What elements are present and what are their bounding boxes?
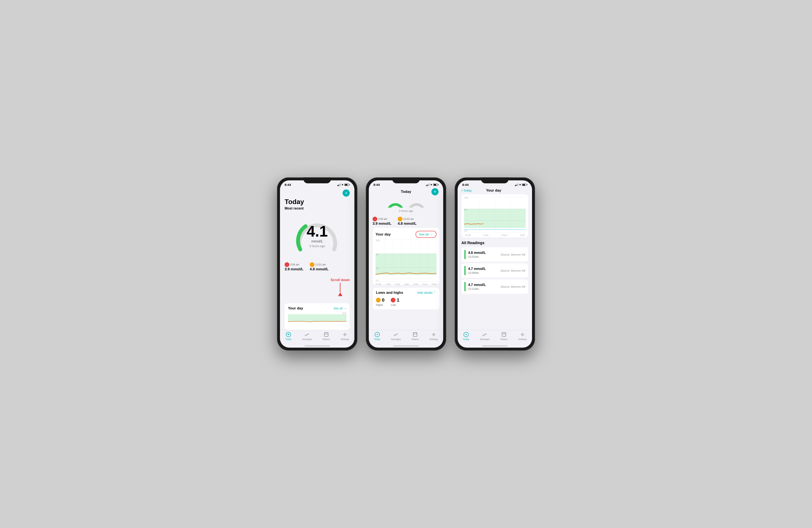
- svg-text:2.0: 2.0: [464, 230, 467, 232]
- nav-settings-2[interactable]: Settings: [430, 332, 438, 341]
- reading-green-bar-2: [464, 266, 466, 275]
- screen-content-1: + Today Most recent 4.1 mmol/L 3 ho: [280, 187, 354, 330]
- reading-time-1: 12:01am: [468, 255, 498, 258]
- today-icon-2: [375, 332, 380, 337]
- low-reading-time-1: ↓ 3:56 am: [285, 262, 303, 267]
- big-chart-card-3: 14.0 9.0 2.0 12 am 6 am 12 pm 6 pm: [461, 194, 528, 237]
- phone-2: 8:44 ▾ Today +: [366, 177, 446, 351]
- nav-today-2[interactable]: Today: [374, 332, 380, 341]
- home-indicator-3: [482, 346, 508, 346]
- add-button-1[interactable]: +: [343, 190, 350, 197]
- notch-2: [392, 177, 420, 183]
- settings-icon-1: [342, 332, 348, 337]
- highs-count: 0: [382, 297, 385, 303]
- highs-item: ↑ 0 Highs: [376, 297, 385, 306]
- svg-rect-3: [324, 333, 328, 336]
- svg-text:14.0: 14.0: [376, 240, 380, 242]
- chart-max-label-1: 14.0: [342, 312, 346, 315]
- nav-averages-3[interactable]: Averages: [480, 332, 490, 341]
- high-indicator-1: ↑: [310, 262, 315, 267]
- arrow-right-icon-2: →: [430, 232, 433, 236]
- nav-settings-1[interactable]: Settings: [340, 332, 349, 341]
- p3-content: ‹ Today Your day: [458, 187, 532, 330]
- highs-indicator: ↑: [376, 298, 381, 302]
- status-icons-2: ▾: [426, 183, 439, 186]
- screen-3: 8:44 ▾ ‹ Today Yo: [458, 180, 532, 348]
- signal-icon-2: [426, 183, 430, 186]
- bottom-nav-3: Today Averages History: [458, 330, 532, 345]
- low-reading-time-2: ↓ 3:56 am: [373, 217, 391, 221]
- your-day-title-1: Your day: [288, 306, 303, 311]
- see-all-button-1[interactable]: See all →: [333, 307, 346, 310]
- most-recent-label: Most recent: [285, 207, 350, 210]
- your-day-card-1: Your day See all → 14.0: [285, 303, 350, 330]
- nav-today-1[interactable]: Today: [285, 332, 291, 341]
- page-title-2: Today: [395, 190, 417, 194]
- bottom-nav-2: Today Averages History: [369, 330, 443, 345]
- averages-icon-2: [393, 332, 398, 337]
- nav-history-3[interactable]: History: [500, 332, 508, 341]
- status-time-2: 8:44: [374, 183, 380, 186]
- screen-content-3: ‹ Today Your day: [458, 187, 532, 330]
- settings-icon-3: [520, 332, 525, 337]
- page-title-1: Today: [285, 198, 350, 206]
- nav-averages-2[interactable]: Averages: [391, 332, 401, 341]
- partial-top-chart: [373, 197, 439, 208]
- hide-details-button[interactable]: Hide details ⌃: [417, 291, 436, 295]
- svg-text:9.0: 9.0: [376, 254, 379, 256]
- lows-icon-row: ↓ 1: [391, 297, 399, 303]
- lows-highs-data: ↑ 0 Highs ↓ 1 Low: [376, 297, 436, 306]
- glucose-value: 4.1: [307, 224, 328, 239]
- reading-val-2: 4.7 mmol/L: [468, 267, 498, 271]
- nav-history-2[interactable]: History: [411, 332, 419, 341]
- svg-point-29: [433, 334, 435, 335]
- wifi-icon-2: ▾: [431, 183, 432, 186]
- see-all-circled-button[interactable]: See all →: [416, 231, 436, 238]
- your-day-title-2: Your day: [376, 232, 391, 237]
- nav-averages-1[interactable]: Averages: [302, 332, 312, 341]
- svg-rect-0: [288, 314, 346, 322]
- p2-header: Today +: [373, 187, 439, 197]
- averages-icon-3: [482, 332, 488, 337]
- nav-today-3[interactable]: Today: [463, 332, 469, 341]
- big-chart-svg-3: 14.0 9.0 2.0: [464, 197, 526, 233]
- phone-1: 8:44 ▾ + Today Most recent: [277, 177, 357, 351]
- p2-content: Today + 3 hours ago: [369, 187, 443, 330]
- reading-time-2: 12:06am: [468, 271, 498, 274]
- nav-settings-3[interactable]: Settings: [518, 332, 527, 341]
- reading-row-3: 4.7 mmol/L 12:11am Source: Dexcom G6: [461, 280, 528, 294]
- svg-text:2.0: 2.0: [376, 280, 379, 282]
- chart-x-labels-3: 12 am 6 am 12 pm 6 pm: [464, 233, 526, 236]
- highs-label: Highs: [376, 303, 385, 306]
- history-icon-1: [323, 332, 329, 337]
- svg-rect-18: [376, 254, 436, 275]
- mini-chart-1: 14.0: [288, 312, 346, 327]
- svg-rect-37: [464, 209, 526, 228]
- reading-source-2: Source: Dexcom G6: [501, 269, 525, 272]
- high-reading-1: ↑ 12:01 am 4.8 mmol/L: [310, 262, 329, 271]
- p1-nav-header: +: [285, 190, 350, 197]
- reading-val-3: 4.7 mmol/L: [468, 283, 498, 287]
- add-button-2[interactable]: +: [431, 188, 438, 195]
- low-reading-val-1: 3.9 mmol/L: [285, 267, 303, 271]
- scroll-arrow-icon: [338, 292, 342, 296]
- mini-chart-svg-1: [288, 312, 346, 325]
- large-chart-svg-2: 14.0 9.0 4.0 2.0: [376, 240, 436, 282]
- reading-val-1: 4.8 mmol/L: [468, 251, 498, 255]
- large-chart-2: 14.0 9.0 4.0 2.0 12 am 1 am 2 am 3 am 4 …: [376, 240, 436, 282]
- scroll-annotation: Scroll down: [331, 278, 350, 296]
- time-ago-label: 3 hours ago: [373, 209, 439, 212]
- highs-icon-row: ↑ 0: [376, 297, 385, 303]
- high-reading-val-1: 4.8 mmol/L: [310, 267, 329, 271]
- low-indicator-1: ↓: [285, 262, 289, 267]
- nav-history-1[interactable]: History: [323, 332, 330, 341]
- reading-source-1: Source: Dexcom G6: [501, 253, 525, 256]
- today-icon-1: [286, 332, 291, 337]
- lows-highs-title: Lows and highs: [376, 291, 403, 295]
- arrow-right-icon-1: →: [344, 307, 346, 310]
- reading-source-3: Source: Dexcom G6: [501, 285, 525, 288]
- reading-row-1: 4.8 mmol/L 12:01am Source: Dexcom G6: [461, 247, 528, 262]
- svg-rect-25: [413, 333, 417, 336]
- back-button[interactable]: ‹ Today: [461, 188, 472, 193]
- battery-icon-3: [522, 183, 527, 186]
